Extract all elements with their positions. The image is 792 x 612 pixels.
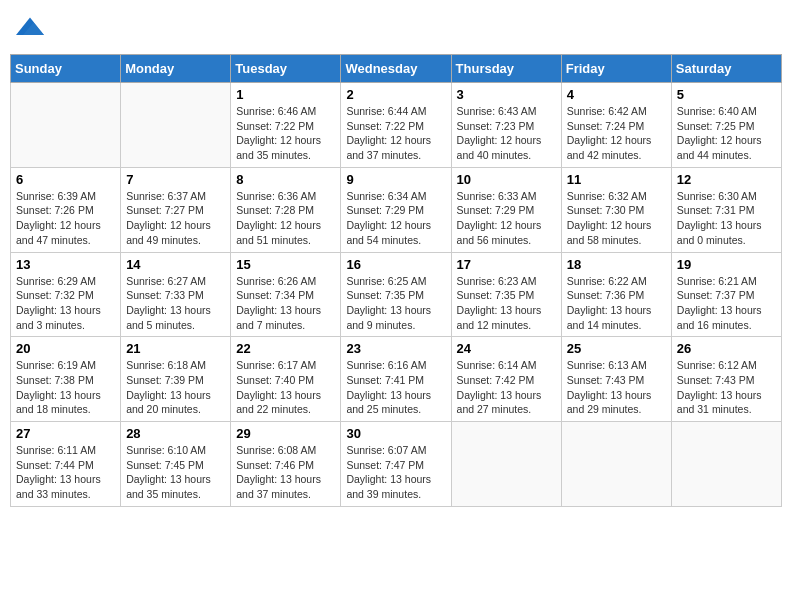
day-info: Sunrise: 6:08 AMSunset: 7:46 PMDaylight:… xyxy=(236,443,335,502)
calendar-cell: 9Sunrise: 6:34 AMSunset: 7:29 PMDaylight… xyxy=(341,167,451,252)
day-number: 5 xyxy=(677,87,776,102)
day-number: 12 xyxy=(677,172,776,187)
calendar-cell: 3Sunrise: 6:43 AMSunset: 7:23 PMDaylight… xyxy=(451,83,561,168)
calendar-cell xyxy=(561,422,671,507)
calendar-cell: 16Sunrise: 6:25 AMSunset: 7:35 PMDayligh… xyxy=(341,252,451,337)
calendar-cell xyxy=(671,422,781,507)
logo xyxy=(16,14,48,42)
day-info: Sunrise: 6:23 AMSunset: 7:35 PMDaylight:… xyxy=(457,274,556,333)
day-header-friday: Friday xyxy=(561,55,671,83)
day-info: Sunrise: 6:36 AMSunset: 7:28 PMDaylight:… xyxy=(236,189,335,248)
calendar-cell: 22Sunrise: 6:17 AMSunset: 7:40 PMDayligh… xyxy=(231,337,341,422)
day-info: Sunrise: 6:37 AMSunset: 7:27 PMDaylight:… xyxy=(126,189,225,248)
day-info: Sunrise: 6:30 AMSunset: 7:31 PMDaylight:… xyxy=(677,189,776,248)
calendar-cell: 6Sunrise: 6:39 AMSunset: 7:26 PMDaylight… xyxy=(11,167,121,252)
day-info: Sunrise: 6:39 AMSunset: 7:26 PMDaylight:… xyxy=(16,189,115,248)
day-number: 8 xyxy=(236,172,335,187)
page-header xyxy=(10,10,782,46)
day-number: 1 xyxy=(236,87,335,102)
day-info: Sunrise: 6:33 AMSunset: 7:29 PMDaylight:… xyxy=(457,189,556,248)
day-info: Sunrise: 6:29 AMSunset: 7:32 PMDaylight:… xyxy=(16,274,115,333)
calendar-cell: 17Sunrise: 6:23 AMSunset: 7:35 PMDayligh… xyxy=(451,252,561,337)
day-header-saturday: Saturday xyxy=(671,55,781,83)
day-info: Sunrise: 6:25 AMSunset: 7:35 PMDaylight:… xyxy=(346,274,445,333)
day-number: 17 xyxy=(457,257,556,272)
day-info: Sunrise: 6:07 AMSunset: 7:47 PMDaylight:… xyxy=(346,443,445,502)
day-number: 22 xyxy=(236,341,335,356)
calendar-cell: 2Sunrise: 6:44 AMSunset: 7:22 PMDaylight… xyxy=(341,83,451,168)
calendar-cell: 4Sunrise: 6:42 AMSunset: 7:24 PMDaylight… xyxy=(561,83,671,168)
calendar-cell: 25Sunrise: 6:13 AMSunset: 7:43 PMDayligh… xyxy=(561,337,671,422)
day-number: 2 xyxy=(346,87,445,102)
calendar-cell: 5Sunrise: 6:40 AMSunset: 7:25 PMDaylight… xyxy=(671,83,781,168)
day-number: 6 xyxy=(16,172,115,187)
day-info: Sunrise: 6:40 AMSunset: 7:25 PMDaylight:… xyxy=(677,104,776,163)
day-number: 26 xyxy=(677,341,776,356)
day-header-wednesday: Wednesday xyxy=(341,55,451,83)
day-info: Sunrise: 6:17 AMSunset: 7:40 PMDaylight:… xyxy=(236,358,335,417)
day-info: Sunrise: 6:11 AMSunset: 7:44 PMDaylight:… xyxy=(16,443,115,502)
day-header-tuesday: Tuesday xyxy=(231,55,341,83)
week-row-0: 1Sunrise: 6:46 AMSunset: 7:22 PMDaylight… xyxy=(11,83,782,168)
day-number: 13 xyxy=(16,257,115,272)
day-info: Sunrise: 6:34 AMSunset: 7:29 PMDaylight:… xyxy=(346,189,445,248)
day-info: Sunrise: 6:22 AMSunset: 7:36 PMDaylight:… xyxy=(567,274,666,333)
calendar-cell xyxy=(121,83,231,168)
calendar-cell xyxy=(451,422,561,507)
day-info: Sunrise: 6:32 AMSunset: 7:30 PMDaylight:… xyxy=(567,189,666,248)
day-info: Sunrise: 6:12 AMSunset: 7:43 PMDaylight:… xyxy=(677,358,776,417)
day-number: 28 xyxy=(126,426,225,441)
day-number: 16 xyxy=(346,257,445,272)
calendar-cell: 26Sunrise: 6:12 AMSunset: 7:43 PMDayligh… xyxy=(671,337,781,422)
calendar-cell: 15Sunrise: 6:26 AMSunset: 7:34 PMDayligh… xyxy=(231,252,341,337)
day-info: Sunrise: 6:13 AMSunset: 7:43 PMDaylight:… xyxy=(567,358,666,417)
calendar-cell: 30Sunrise: 6:07 AMSunset: 7:47 PMDayligh… xyxy=(341,422,451,507)
day-number: 27 xyxy=(16,426,115,441)
day-number: 29 xyxy=(236,426,335,441)
day-number: 23 xyxy=(346,341,445,356)
calendar-cell: 12Sunrise: 6:30 AMSunset: 7:31 PMDayligh… xyxy=(671,167,781,252)
day-header-monday: Monday xyxy=(121,55,231,83)
calendar-cell: 19Sunrise: 6:21 AMSunset: 7:37 PMDayligh… xyxy=(671,252,781,337)
day-number: 10 xyxy=(457,172,556,187)
calendar-cell: 21Sunrise: 6:18 AMSunset: 7:39 PMDayligh… xyxy=(121,337,231,422)
day-info: Sunrise: 6:19 AMSunset: 7:38 PMDaylight:… xyxy=(16,358,115,417)
calendar-header-row: SundayMondayTuesdayWednesdayThursdayFrid… xyxy=(11,55,782,83)
day-number: 15 xyxy=(236,257,335,272)
calendar-cell: 7Sunrise: 6:37 AMSunset: 7:27 PMDaylight… xyxy=(121,167,231,252)
day-number: 21 xyxy=(126,341,225,356)
day-info: Sunrise: 6:43 AMSunset: 7:23 PMDaylight:… xyxy=(457,104,556,163)
calendar-cell: 18Sunrise: 6:22 AMSunset: 7:36 PMDayligh… xyxy=(561,252,671,337)
day-info: Sunrise: 6:14 AMSunset: 7:42 PMDaylight:… xyxy=(457,358,556,417)
day-number: 18 xyxy=(567,257,666,272)
day-info: Sunrise: 6:21 AMSunset: 7:37 PMDaylight:… xyxy=(677,274,776,333)
calendar-cell: 8Sunrise: 6:36 AMSunset: 7:28 PMDaylight… xyxy=(231,167,341,252)
day-info: Sunrise: 6:26 AMSunset: 7:34 PMDaylight:… xyxy=(236,274,335,333)
day-info: Sunrise: 6:46 AMSunset: 7:22 PMDaylight:… xyxy=(236,104,335,163)
week-row-1: 6Sunrise: 6:39 AMSunset: 7:26 PMDaylight… xyxy=(11,167,782,252)
day-number: 24 xyxy=(457,341,556,356)
calendar-cell: 29Sunrise: 6:08 AMSunset: 7:46 PMDayligh… xyxy=(231,422,341,507)
day-info: Sunrise: 6:16 AMSunset: 7:41 PMDaylight:… xyxy=(346,358,445,417)
week-row-4: 27Sunrise: 6:11 AMSunset: 7:44 PMDayligh… xyxy=(11,422,782,507)
day-info: Sunrise: 6:42 AMSunset: 7:24 PMDaylight:… xyxy=(567,104,666,163)
day-number: 25 xyxy=(567,341,666,356)
day-number: 4 xyxy=(567,87,666,102)
day-number: 30 xyxy=(346,426,445,441)
day-number: 11 xyxy=(567,172,666,187)
calendar-table: SundayMondayTuesdayWednesdayThursdayFrid… xyxy=(10,54,782,507)
calendar-cell: 24Sunrise: 6:14 AMSunset: 7:42 PMDayligh… xyxy=(451,337,561,422)
day-header-sunday: Sunday xyxy=(11,55,121,83)
day-info: Sunrise: 6:44 AMSunset: 7:22 PMDaylight:… xyxy=(346,104,445,163)
calendar-cell: 14Sunrise: 6:27 AMSunset: 7:33 PMDayligh… xyxy=(121,252,231,337)
calendar-cell: 1Sunrise: 6:46 AMSunset: 7:22 PMDaylight… xyxy=(231,83,341,168)
day-number: 19 xyxy=(677,257,776,272)
calendar-cell: 28Sunrise: 6:10 AMSunset: 7:45 PMDayligh… xyxy=(121,422,231,507)
calendar-cell: 27Sunrise: 6:11 AMSunset: 7:44 PMDayligh… xyxy=(11,422,121,507)
calendar-cell: 23Sunrise: 6:16 AMSunset: 7:41 PMDayligh… xyxy=(341,337,451,422)
calendar-cell: 11Sunrise: 6:32 AMSunset: 7:30 PMDayligh… xyxy=(561,167,671,252)
week-row-2: 13Sunrise: 6:29 AMSunset: 7:32 PMDayligh… xyxy=(11,252,782,337)
day-number: 7 xyxy=(126,172,225,187)
calendar-cell: 13Sunrise: 6:29 AMSunset: 7:32 PMDayligh… xyxy=(11,252,121,337)
calendar-cell xyxy=(11,83,121,168)
